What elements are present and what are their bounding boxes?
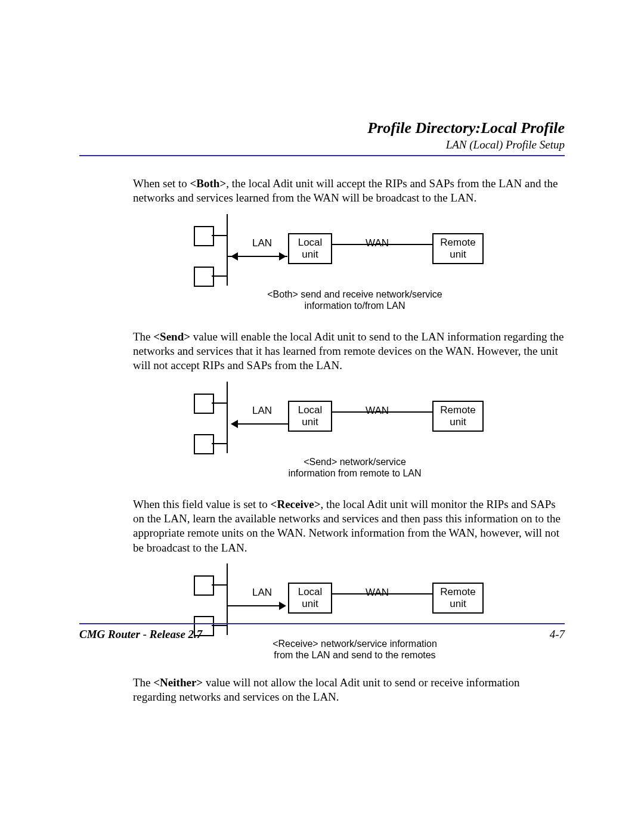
box-label: unit (302, 416, 318, 428)
wan-label: WAN (366, 237, 389, 250)
local-unit-box: Local unit (288, 583, 332, 614)
paragraph-neither: The <Neither> value will not allow the l… (133, 676, 565, 705)
diagram-caption: <Both> send and receive network/service … (247, 289, 462, 311)
diagram-caption: <Send> network/service information from … (265, 456, 444, 479)
text-fragment: The (133, 676, 153, 689)
caption-line: information from remote to LAN (288, 468, 421, 478)
lan-node-icon (194, 575, 214, 596)
local-unit-box: Local unit (288, 233, 332, 264)
diagram-both: LAN Local unit WAN Remote unit <Both> se… (133, 214, 565, 315)
box-label: unit (302, 598, 318, 610)
wan-label: WAN (366, 586, 389, 599)
box-label: unit (450, 598, 466, 610)
diagram-send: LAN Local unit WAN Remote unit <Send> ne… (133, 382, 565, 483)
bold-neither: <Neither> (153, 676, 203, 689)
connector-line (212, 402, 227, 404)
text-fragment: The (133, 330, 153, 343)
page-footer: CMG Router - Release 2.7 4-7 (79, 623, 565, 641)
remote-unit-box: Remote unit (432, 233, 484, 264)
bold-send: <Send> (153, 330, 190, 343)
box-label: Remote (440, 586, 476, 598)
box-label: unit (302, 249, 318, 261)
footer-divider (79, 623, 565, 624)
text-fragment: When set to (133, 177, 190, 190)
arrow-left-icon (231, 252, 238, 261)
paragraph-both: When set to <Both>, the local Adit unit … (133, 176, 565, 206)
arrow-line (228, 605, 281, 606)
text-fragment: value will enable the local Adit unit to… (133, 330, 564, 372)
header-divider (79, 155, 565, 156)
connector-line (212, 235, 227, 236)
connector-line (212, 443, 227, 444)
footer-left: CMG Router - Release 2.7 (79, 628, 202, 641)
box-label: unit (450, 416, 466, 428)
footer-page-number: 4-7 (550, 628, 565, 641)
lan-node-icon (194, 267, 214, 287)
bold-both: <Both> (190, 177, 227, 190)
lan-label: LAN (252, 586, 272, 599)
lan-node-icon (194, 226, 214, 246)
text-fragment: When this field value is set to (133, 498, 271, 510)
box-label: Remote (440, 404, 476, 416)
lan-label: LAN (252, 237, 272, 250)
arrow-right-icon (279, 602, 286, 610)
paragraph-receive: When this field value is set to <Receive… (133, 497, 565, 555)
arrow-line (236, 423, 288, 425)
box-label: Remote (440, 237, 476, 249)
box-label: Local (298, 237, 323, 249)
paragraph-send: The <Send> value will enable the local A… (133, 330, 565, 373)
diagram-receive: LAN Local unit WAN Remote unit <Receive>… (133, 563, 565, 665)
connector-line (212, 584, 227, 586)
lan-node-icon (194, 394, 214, 414)
diagram-caption: <Receive> network/service information fr… (253, 638, 456, 661)
box-label: Local (298, 586, 323, 598)
local-unit-box: Local unit (288, 401, 332, 432)
box-label: Local (298, 404, 323, 416)
wan-label: WAN (366, 404, 389, 417)
bold-receive: <Receive> (271, 498, 321, 510)
remote-unit-box: Remote unit (432, 583, 484, 614)
caption-line: <Both> send and receive network/service (267, 289, 442, 299)
remote-unit-box: Remote unit (432, 401, 484, 432)
lan-label: LAN (252, 404, 272, 417)
page-header-title: Profile Directory:Local Profile (79, 119, 565, 137)
box-label: unit (450, 249, 466, 261)
arrow-right-icon (279, 252, 286, 261)
arrow-left-icon (231, 420, 238, 428)
caption-line: information to/from LAN (305, 301, 405, 311)
page-header-subtitle: LAN (Local) Profile Setup (79, 138, 565, 151)
caption-line: <Send> network/service (304, 457, 406, 467)
lan-bus-line (227, 382, 228, 453)
lan-node-icon (194, 434, 214, 454)
connector-line (212, 275, 227, 277)
lan-bus-line (227, 214, 228, 286)
caption-line: from the LAN and send to the remotes (274, 650, 435, 660)
